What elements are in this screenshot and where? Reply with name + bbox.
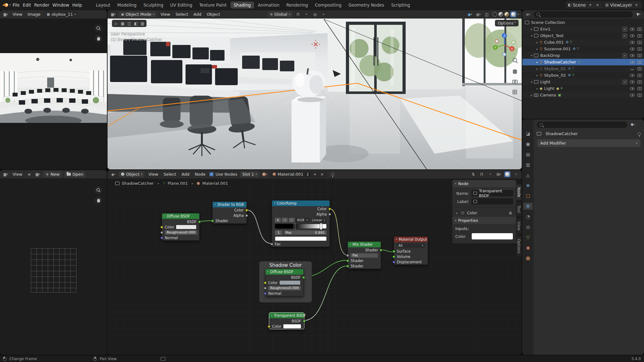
fac-slider[interactable]: Fac bbox=[351, 253, 378, 258]
color-checkbox[interactable] bbox=[461, 211, 465, 215]
outliner-row-suzanne001[interactable]: ▸ ▽ Suzanne.001 ⚙▽ bbox=[522, 46, 644, 52]
new-scene-icon[interactable]: + bbox=[587, 2, 593, 8]
hide-eye-icon[interactable] bbox=[630, 87, 635, 90]
node-transparent-bsdf[interactable]: ▾Transparent BSDF BSDF Color bbox=[269, 312, 304, 329]
workspace-tab-animation[interactable]: Animation bbox=[255, 2, 283, 8]
chevron-down-icon[interactable]: ▾ bbox=[9, 3, 11, 6]
use-nodes-toggle[interactable]: ✓ Use Nodes bbox=[209, 172, 237, 177]
expand-icon[interactable]: ▸ bbox=[535, 41, 540, 44]
menu-list-icon[interactable]: ≡ bbox=[26, 171, 32, 177]
expand-icon[interactable]: ▸ bbox=[529, 28, 534, 31]
node-diffuse-bsdf-shadow[interactable]: ▾Diffuse BSDF BSDF Color Roughness0.000 … bbox=[265, 269, 304, 296]
zoom-tool-icon[interactable] bbox=[94, 186, 103, 194]
snap-magnet-icon[interactable]: U bbox=[295, 11, 301, 17]
hide-eye-icon[interactable] bbox=[630, 47, 635, 51]
image-selector[interactable]: ▦ skybox_11 ▾ bbox=[45, 11, 78, 17]
normal-input-socket[interactable] bbox=[160, 236, 163, 239]
shading-solid-icon[interactable] bbox=[498, 12, 503, 17]
render-camera-icon[interactable] bbox=[637, 41, 642, 44]
collapse-icon[interactable]: ▾ bbox=[529, 80, 534, 84]
normal-input-socket[interactable] bbox=[264, 292, 267, 295]
list-icon[interactable]: ≣ bbox=[508, 210, 513, 216]
object-tab-icon[interactable]: □ bbox=[523, 192, 533, 199]
workspace-tab-compositing[interactable]: Compositing bbox=[312, 2, 345, 8]
shading-rendered-active[interactable] bbox=[510, 11, 516, 17]
expand-icon[interactable]: ▸ bbox=[535, 47, 540, 51]
viewport-menu-object[interactable]: Object bbox=[206, 12, 221, 17]
color-input-socket[interactable] bbox=[268, 325, 270, 328]
exclude-checkbox[interactable]: ✓ bbox=[623, 80, 627, 84]
overlays-grid-icon[interactable]: ⊞▾ bbox=[496, 171, 502, 177]
roughness-slider[interactable]: Roughness0.000 bbox=[165, 230, 197, 235]
shader1-input-socket[interactable] bbox=[346, 259, 349, 262]
node-diffuse-bsdf[interactable]: ▾Diffuse BSDF BSDF Color Roughness0.000 … bbox=[162, 213, 200, 241]
expand-icon[interactable]: ▸ bbox=[535, 61, 540, 64]
render-camera-icon[interactable] bbox=[637, 61, 642, 64]
scene-selector[interactable]: ◧ Scene + × bbox=[566, 1, 602, 8]
bsdf-output-socket[interactable] bbox=[302, 276, 305, 279]
options-dropdown[interactable]: Options ▾ bbox=[495, 20, 519, 26]
viewlayer-tab-icon[interactable]: ▥ bbox=[523, 161, 533, 168]
hide-eye-icon[interactable] bbox=[630, 28, 635, 31]
outliner-search[interactable] bbox=[534, 11, 633, 18]
roughness-slider[interactable]: Roughness0.000 bbox=[268, 286, 301, 290]
expand-icon[interactable]: ▸ bbox=[535, 67, 540, 70]
color-output-socket[interactable] bbox=[245, 209, 248, 211]
workspace-tab-texture-paint[interactable]: Texture Paint bbox=[196, 2, 230, 8]
constraints-tab-icon[interactable]: ◎ bbox=[523, 223, 533, 230]
node-canvas[interactable]: ShadowCatcher ▸ ▽ Plane.001 ▸ Material.0… bbox=[108, 178, 522, 355]
ramp-options-icon[interactable]: ▾ bbox=[289, 218, 295, 222]
stop-position-slider[interactable]: Pos0.891 bbox=[284, 230, 327, 235]
snap-node-magnet-icon[interactable]: U bbox=[479, 171, 485, 177]
surface-input-socket[interactable] bbox=[392, 250, 395, 253]
material-browse-icon[interactable]: ▾ bbox=[262, 171, 268, 177]
material-users-count[interactable]: 2 bbox=[305, 172, 311, 177]
menu-window[interactable]: Window bbox=[51, 3, 70, 8]
remove-stop-button[interactable]: − bbox=[282, 218, 288, 222]
render-camera-icon[interactable] bbox=[637, 47, 642, 51]
viewport-menu-view[interactable]: View bbox=[159, 12, 171, 17]
color-output-socket[interactable] bbox=[328, 207, 331, 210]
expand-icon[interactable]: ▸ bbox=[529, 94, 534, 97]
tab-node[interactable]: Node bbox=[516, 184, 521, 200]
node-mix-shader[interactable]: ▾Mix Shader Shader Fac Shader Shader bbox=[347, 241, 381, 269]
add-modifier-button[interactable]: Add Modifier ▾ bbox=[537, 139, 641, 147]
editor-type-icon[interactable]: ▩▾ bbox=[3, 11, 8, 17]
render-camera-icon[interactable] bbox=[637, 67, 642, 70]
bsdf-output-socket[interactable] bbox=[303, 320, 306, 322]
pin-icon[interactable] bbox=[638, 132, 641, 135]
outliner-row-env1[interactable]: ▸ Env1 ✓ bbox=[522, 26, 644, 32]
copy-material-icon[interactable]: + bbox=[312, 171, 318, 177]
image-editor-menu-image[interactable]: Image bbox=[26, 12, 42, 17]
tab-tool[interactable]: Tool bbox=[516, 202, 521, 216]
snap-options-icon[interactable]: ▾ bbox=[304, 11, 309, 17]
outliner-row-cube001[interactable]: ▸ ▽ Cube.001 ⚙▽ bbox=[522, 39, 644, 46]
color-swatch[interactable] bbox=[279, 280, 301, 285]
render-camera-icon[interactable] bbox=[637, 34, 642, 37]
outliner-row-skybox02[interactable]: ▸ ▽ Skybox_02 ⚙▽ bbox=[522, 72, 644, 79]
overlays-icon[interactable]: ◍▾ bbox=[475, 11, 481, 17]
color-input-socket[interactable] bbox=[264, 281, 267, 284]
orientation-select[interactable]: ⊕ Global ▾ bbox=[268, 11, 292, 17]
collapse-icon[interactable]: ▾ bbox=[529, 34, 534, 37]
shader-menu-view[interactable]: View bbox=[147, 172, 159, 177]
render-tab-icon[interactable]: ▣ bbox=[523, 140, 533, 147]
viewport-scene[interactable]: Z Y X bbox=[108, 19, 522, 169]
zoom-tool-icon[interactable] bbox=[94, 24, 103, 32]
hide-eye-icon[interactable] bbox=[630, 74, 635, 77]
physics-tab-icon[interactable]: ◔ bbox=[523, 213, 533, 220]
node-shader-to-rgb[interactable]: ▾Shader to RGB Color Alpha Shader bbox=[212, 201, 247, 224]
displacement-input-socket[interactable] bbox=[392, 261, 395, 263]
menu-help[interactable]: Help bbox=[71, 3, 83, 8]
node-label-field[interactable] bbox=[471, 198, 513, 205]
shader-menu-select[interactable]: Select bbox=[162, 172, 177, 177]
bottom-menu-view[interactable]: View bbox=[11, 172, 24, 177]
hide-eye-icon[interactable] bbox=[630, 34, 635, 37]
show-gizmo-icon[interactable]: ◉▾ bbox=[467, 11, 473, 17]
material-tab-icon[interactable]: ◉ bbox=[523, 244, 533, 251]
world-tab-icon[interactable]: ⊕ bbox=[523, 182, 533, 189]
object-data-tab-icon[interactable]: ▽ bbox=[523, 234, 533, 241]
fac-input-socket[interactable] bbox=[346, 254, 349, 257]
bottom-editor-canvas[interactable] bbox=[0, 178, 107, 355]
shader-type-select[interactable]: Object▾ bbox=[119, 171, 144, 177]
